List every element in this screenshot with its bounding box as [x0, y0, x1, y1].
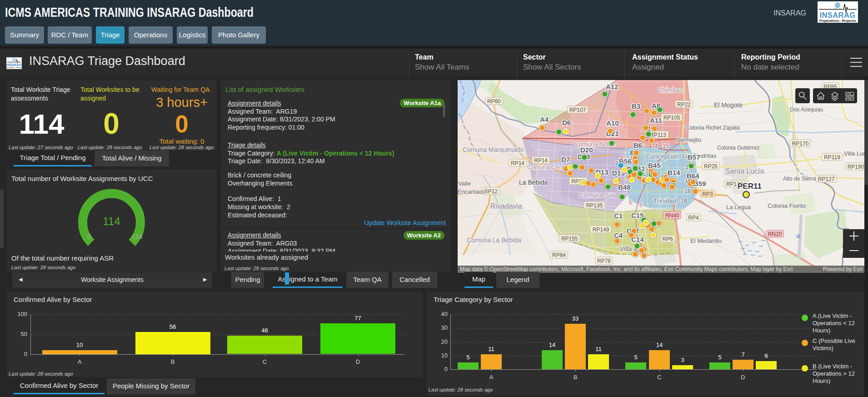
- svg-text:RP190: RP190: [848, 164, 864, 170]
- svg-text:Rivadavia: Rivadavia: [490, 202, 522, 210]
- svg-text:RP12: RP12: [484, 188, 498, 195]
- svg-text:114: 114: [132, 232, 143, 240]
- svg-text:El Medanito: El Medanito: [690, 237, 722, 244]
- svg-text:A11: A11: [650, 116, 662, 124]
- svg-text:Colonia Richet Zapata: Colonia Richet Zapata: [686, 125, 740, 131]
- svg-text:RP22: RP22: [677, 101, 691, 108]
- svg-text:B14: B14: [668, 169, 680, 176]
- svg-text:Colonia Fiorito: Colonia Fiorito: [768, 202, 806, 209]
- svg-text:A10: A10: [606, 119, 619, 127]
- svg-text:Trinidad: Trinidad: [653, 197, 676, 205]
- svg-text:RP14: RP14: [534, 157, 548, 164]
- svg-text:Comuna Sur: Comuna Sur: [579, 191, 615, 199]
- svg-text:Valle: Valle: [458, 180, 471, 187]
- svg-text:Chimbas: Chimbas: [658, 86, 683, 94]
- svg-text:El Mogote: El Mogote: [714, 101, 743, 109]
- svg-text:18: 18: [684, 188, 691, 194]
- svg-text:Colonia Gutiérrez: Colonia Gutiérrez: [717, 145, 759, 151]
- svg-text:Santa Lucía: Santa Lucía: [725, 167, 764, 175]
- svg-text:RP78: RP78: [597, 258, 611, 264]
- svg-text:B6: B6: [634, 141, 642, 149]
- svg-text:RP127: RP127: [818, 176, 835, 182]
- svg-text:Comuna La Bebida: Comuna La Bebida: [467, 236, 521, 244]
- svg-text:Bermejito: Bermejito: [676, 136, 701, 143]
- svg-text:RN40: RN40: [665, 212, 679, 219]
- svg-text:RP149: RP149: [593, 226, 609, 233]
- svg-text:Preparedness - Response: Preparedness - Response: [819, 19, 856, 23]
- svg-text:Alto de Sierra: Alto de Sierra: [783, 176, 816, 182]
- svg-text:RP107: RP107: [569, 107, 586, 113]
- svg-text:RP170: RP170: [792, 141, 809, 147]
- svg-text:PER11: PER11: [738, 182, 762, 191]
- svg-text:RP4: RP4: [688, 215, 699, 221]
- svg-text:Villa Luga: Villa Luga: [844, 150, 864, 157]
- svg-text:La Legua: La Legua: [726, 204, 751, 211]
- svg-text:RP14: RP14: [511, 160, 524, 166]
- svg-text:Dos Acequias: Dos Acequias: [790, 106, 823, 113]
- svg-text:B48: B48: [618, 183, 631, 191]
- svg-text:Preparedness - Response: Preparedness - Response: [6, 67, 22, 69]
- svg-text:RP155: RP155: [561, 236, 578, 242]
- svg-text:RP64: RP64: [552, 252, 566, 258]
- svg-text:RP60: RP60: [487, 98, 501, 105]
- svg-text:RP6: RP6: [662, 236, 673, 242]
- svg-text:RP3: RP3: [702, 191, 713, 197]
- svg-text:RP119: RP119: [824, 154, 840, 161]
- svg-text:15: 15: [663, 143, 669, 149]
- svg-text:RP135: RP135: [586, 202, 603, 209]
- svg-text:RP25: RP25: [704, 163, 718, 170]
- svg-text:Comuna Marquesado: Comuna Marquesado: [463, 146, 524, 153]
- svg-text:Concepción: Concepción: [646, 153, 679, 160]
- svg-text:19: 19: [681, 198, 687, 204]
- svg-text:5: 5: [639, 202, 643, 208]
- svg-text:INSARAG: INSARAG: [7, 63, 22, 66]
- svg-text:RN20: RN20: [768, 231, 782, 237]
- svg-text:D6: D6: [562, 119, 571, 126]
- svg-text:0: 0: [87, 232, 91, 240]
- svg-text:B3: B3: [632, 102, 640, 110]
- svg-text:114: 114: [103, 215, 120, 227]
- svg-text:A12: A12: [606, 83, 619, 90]
- svg-text:RP105: RP105: [663, 115, 680, 121]
- svg-text:C1: C1: [614, 212, 623, 220]
- svg-text:5: 5: [629, 200, 632, 206]
- svg-text:D7: D7: [561, 156, 570, 163]
- svg-text:La Bebida: La Bebida: [519, 179, 548, 186]
- svg-text:B57: B57: [688, 153, 700, 161]
- svg-text:Encantado: Encantado: [458, 188, 486, 195]
- svg-text:A4: A4: [540, 116, 549, 123]
- svg-text:INSARAG: INSARAG: [820, 11, 856, 19]
